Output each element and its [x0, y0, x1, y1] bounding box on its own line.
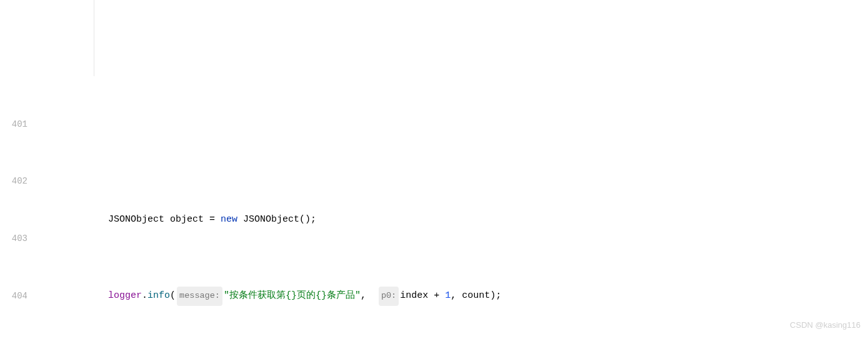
parameter-hint: p0:	[379, 287, 399, 306]
fold-gutter[interactable]	[36, 76, 47, 339]
code-line	[63, 134, 659, 153]
gutter[interactable]: 401 402 403 404 405 406 407 408 409 410 …	[0, 76, 36, 339]
watermark: CSDN @kasing116	[790, 316, 861, 335]
line-number[interactable]: 401	[0, 115, 27, 134]
line-number[interactable]: 404	[0, 287, 27, 306]
code-line: logger.info( message: "按条件获取第{}页的{}条产品",…	[63, 287, 659, 306]
line-number[interactable]: 403	[0, 229, 27, 248]
code-line: JSONObject object = new JSONObject();	[63, 210, 659, 230]
code-editor[interactable]: 401 402 403 404 405 406 407 408 409 410 …	[0, 76, 868, 339]
parameter-hint: message:	[177, 287, 222, 306]
code-content[interactable]: JSONObject object = new JSONObject(); lo…	[63, 76, 659, 339]
line-number[interactable]: 402	[0, 172, 27, 191]
